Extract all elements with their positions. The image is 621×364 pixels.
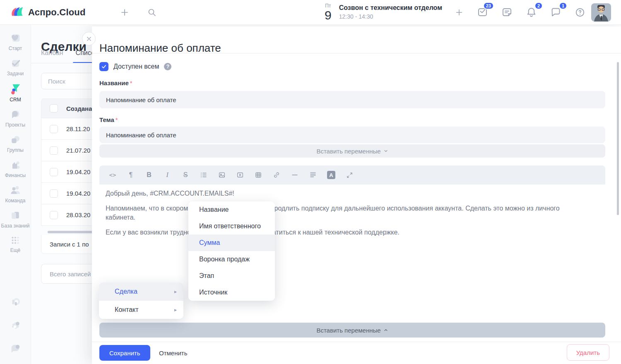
footer-divider [92,342,621,342]
app-logo[interactable]: Аспро.Cloud [0,5,86,20]
name-input[interactable] [99,91,605,108]
notifications-button[interactable]: 2 [524,5,539,19]
hr-icon[interactable] [288,168,302,182]
event-time: 12:30 - 14:30 [339,13,442,21]
calendar-weekday: Пт [325,3,332,8]
arrow-right-icon: ▸ [174,289,177,295]
submenu-item-name[interactable]: Название [188,201,275,218]
modal-title-divider [92,53,621,53]
created-date-cell: 28.11.20 [66,125,90,132]
crm-funnel-icon [9,83,22,95]
submenu-item-amount[interactable]: Сумма [188,235,275,251]
note-icon [501,7,513,18]
sidebar-item-tasks[interactable]: Задачи [0,57,31,77]
editor-toolbar: <> ¶ B I S A [99,165,605,184]
submenu-item-source[interactable]: Источник [188,284,275,301]
deal-variables-submenu: Название Имя ответственного Сумма Воронк… [188,201,275,301]
app-logo-icon[interactable] [9,296,22,309]
pagination-text: Записи с 1 по [50,241,89,248]
row-checkbox[interactable] [50,189,58,198]
settings-gear-icon[interactable] [9,319,22,332]
sidebar-item-label: Ещё [10,248,22,253]
calendar-event[interactable]: Созвон с техническим отделом 12:30 - 14:… [339,4,442,21]
sidebar-item-crm[interactable]: CRM [0,83,31,103]
mail-button[interactable]: 23 [475,5,490,19]
modal-title: Напоминание об оплате [99,42,221,55]
sidebar-item-more[interactable]: Ещё [0,235,31,253]
help-icon [575,7,585,18]
sidebar-item-label: Команда [5,198,26,204]
add-event-button[interactable] [453,6,465,19]
sidebar-item-finance[interactable]: Финансы [0,159,31,178]
font-color-icon[interactable]: A [324,168,338,182]
global-search-button[interactable] [145,6,159,19]
sidebar-item-label: CRM [9,97,22,103]
editor-paragraph: Напоминаем, что в скором времени вам нео… [106,204,586,222]
video-icon[interactable] [233,168,247,182]
required-asterisk: * [130,79,132,86]
groups-icon [10,134,21,146]
menu-item-deal[interactable]: Сделка ▸ [99,283,183,301]
subject-input[interactable] [99,127,605,143]
plus-icon [120,7,130,17]
table-icon[interactable] [251,168,265,182]
delete-button[interactable]: Удалить [567,344,609,361]
sidebar-item-projects[interactable]: Проекты [0,109,31,128]
sidebar-item-groups[interactable]: Группы [0,134,31,153]
sidebar-item-knowledge-base[interactable]: База знаний [0,210,31,229]
row-checkbox[interactable] [50,125,58,133]
sidebar-item-team[interactable]: Команда [0,184,31,204]
row-checkbox[interactable] [50,211,58,219]
tab-kanban[interactable]: Канбан [41,49,63,62]
link-icon[interactable] [270,168,284,182]
horizontal-scrollbar[interactable] [48,231,93,233]
insert-variables-body-button[interactable]: Вставить переменные [99,323,605,338]
submenu-item-owner-name[interactable]: Имя ответственного [188,218,275,235]
save-button[interactable]: Сохранить [99,345,150,361]
close-icon [86,36,92,42]
event-title: Созвон с техническим отделом [339,4,442,12]
variables-menu: Сделка ▸ Контакт ▸ [99,283,183,319]
search-icon [147,7,157,17]
sidebar-item-start[interactable]: Старт [0,32,31,51]
align-icon[interactable] [306,168,320,182]
access-checkbox[interactable] [99,62,108,71]
strikethrough-icon[interactable]: S [178,168,193,182]
cancel-button[interactable]: Отменить [155,345,192,361]
row-checkbox[interactable] [50,146,58,155]
menu-item-contact[interactable]: Контакт ▸ [99,301,183,319]
sidebar-item-label: Старт [8,46,23,51]
created-date-cell: 21.07.20 [66,147,90,154]
projects-comment-icon [10,109,21,120]
heart-icon [10,32,21,44]
submenu-item-stage[interactable]: Этап [188,268,275,284]
editor-paragraph: Если у вас возникли трудности, вы всегда… [106,228,586,237]
close-button[interactable] [82,32,96,46]
bold-icon[interactable]: B [142,168,156,182]
created-date-cell: 28.03.20 [66,211,90,218]
notifications-badge: 2 [534,2,543,10]
insert-variables-subject-button[interactable]: Вставить переменные [99,144,605,158]
messages-badge: 1 [559,2,567,10]
messages-button[interactable]: 1 [549,5,563,19]
paragraph-icon[interactable]: ¶ [124,168,138,182]
select-all-checkbox[interactable] [50,104,58,113]
italic-icon[interactable]: I [160,168,174,182]
calendar-date[interactable]: Пт 9 [325,3,332,22]
list-icon[interactable] [197,168,211,182]
modal-scrollbar[interactable] [617,62,619,215]
image-icon[interactable] [215,168,229,182]
fullscreen-icon[interactable] [342,168,356,182]
user-avatar[interactable] [591,3,611,22]
code-icon[interactable]: <> [106,168,120,182]
create-button[interactable] [118,6,131,19]
help-button[interactable] [573,5,587,19]
check-icon [101,64,107,69]
support-chat-icon[interactable] [9,342,22,355]
access-row: Доступен всем ? [99,62,171,71]
knowledge-base-icon [10,210,21,221]
access-help-icon[interactable]: ? [164,63,171,70]
notes-button[interactable] [500,5,514,19]
row-checkbox[interactable] [50,168,58,176]
submenu-item-sales-funnel[interactable]: Воронка продаж [188,251,275,268]
